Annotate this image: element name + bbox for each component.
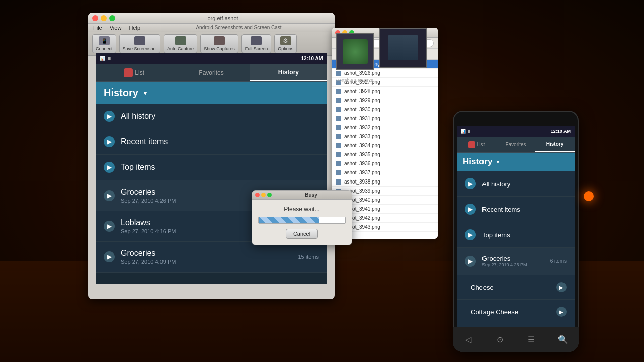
item-arrow-icon: ▶: [465, 229, 476, 240]
file-name: ashot_3937.png: [344, 170, 380, 175]
mac-titlebar: org.etf.ashot: [88, 13, 335, 24]
cancel-button[interactable]: Cancel: [286, 229, 318, 239]
menu-file[interactable]: File: [93, 25, 102, 31]
item-arrow-icon: ▶: [104, 136, 115, 147]
item-arrow-icon: ▶: [556, 307, 567, 317]
item-arrow-icon: ▶: [104, 221, 115, 232]
thumbnail-label: Portable Networks...: [336, 78, 377, 83]
item-content: Recent items: [482, 206, 567, 213]
list-item[interactable]: ▶ Recent items: [96, 129, 327, 155]
progress-bar-container: [258, 217, 346, 224]
show-captures-label: Show Captures: [204, 46, 235, 51]
busy-close-btn[interactable]: [255, 193, 260, 197]
list-item[interactable]: ashot_3930.png: [332, 105, 438, 114]
status-icons-left: 📊 ⏹: [100, 56, 111, 61]
file-name: ashot_3929.png: [344, 98, 380, 103]
item-count: 15 items: [298, 254, 319, 260]
list-item[interactable]: ▶ Groceries Sep 27, 2010 4:09 PM 15 item…: [96, 242, 327, 273]
busy-max-btn[interactable]: [267, 193, 272, 197]
close-button[interactable]: [92, 15, 98, 21]
file-icon: [336, 116, 341, 121]
phone-right-time: 12:10 AM: [551, 129, 571, 134]
item-title: Groceries: [482, 255, 550, 262]
list-item[interactable]: ashot_3934.png: [332, 141, 438, 150]
list-item[interactable]: ashot_3928.png: [332, 87, 438, 96]
list-item[interactable]: ▶ Top items: [96, 155, 327, 180]
item-count: 6 items: [550, 258, 567, 264]
connect-button[interactable]: 📱 Connect: [92, 34, 116, 53]
mac-window: org.etf.ashot File View Help Android Scr…: [88, 13, 335, 299]
item-content: Top items: [121, 163, 319, 172]
list-item[interactable]: ashot_3932.png: [332, 123, 438, 132]
status-time-left: 12:10 AM: [301, 56, 323, 61]
nav-search-button[interactable]: 🔍: [555, 334, 571, 344]
tab-history-right[interactable]: History: [535, 137, 575, 152]
item-arrow-icon: ▶: [465, 204, 476, 215]
item-subtitle: Sep 27, 2010 4:26 PM: [482, 262, 550, 267]
mac-toolbar: 📱 Connect Save Screenshot Auto Capture S…: [88, 32, 335, 56]
file-name: ashot_3936.png: [344, 161, 380, 166]
subtitle-text: Android Screenshots and Screen Cast: [148, 25, 330, 31]
auto-capture-button[interactable]: Auto Capture: [164, 34, 197, 53]
tab-history-left[interactable]: History: [250, 64, 327, 81]
android-screen-left: 📊 ⏹ 12:10 AM List Favorites History Hist…: [96, 53, 327, 284]
item-title: All history: [482, 180, 567, 188]
file-name: ashot_3934.png: [344, 143, 380, 148]
mac-menu-bar: File View Help Android Screenshots and S…: [88, 24, 335, 32]
tab-favorites-right[interactable]: Favorites: [496, 137, 535, 152]
file-name: ashot_3933.png: [344, 134, 380, 139]
item-arrow-icon: ▶: [465, 178, 476, 189]
item-title: All history: [121, 112, 319, 121]
file-icon: [336, 152, 341, 157]
nav-menu-button[interactable]: ☰: [524, 334, 539, 344]
history-title-right: History: [463, 157, 493, 167]
minimize-button[interactable]: [101, 15, 107, 21]
list-item[interactable]: ▶ Groceries Sep 27, 2010 4:26 PM 6 items: [457, 248, 575, 275]
file-icon: [336, 125, 341, 130]
file-icon: [336, 179, 341, 185]
auto-capture-label: Auto Capture: [167, 46, 194, 51]
maximize-button[interactable]: [109, 15, 115, 21]
tab-favorites-left[interactable]: Favorites: [173, 64, 250, 81]
file-icon: [336, 161, 341, 166]
tab-list-right[interactable]: List: [457, 137, 496, 152]
tab-list-left[interactable]: List: [96, 64, 173, 81]
item-title: Recent items: [121, 137, 319, 146]
list-item[interactable]: ▶ Top items: [457, 222, 575, 248]
list-item[interactable]: ashot_3933.png: [332, 132, 438, 141]
item-arrow-icon: ▶: [104, 251, 115, 262]
thumbnail-1: [336, 33, 374, 70]
file-name: ashot_3935.png: [344, 152, 380, 157]
window-title: org.etf.ashot: [115, 15, 331, 21]
list-item[interactable]: ▶ All history: [457, 171, 575, 197]
list-item[interactable]: ▶ Recent items: [457, 197, 575, 222]
busy-message: Please wait...: [258, 206, 346, 213]
busy-min-btn[interactable]: [261, 193, 266, 197]
list-item[interactable]: ashot_3935.png: [332, 150, 438, 159]
list-item[interactable]: ashot_3931.png: [332, 114, 438, 123]
full-screen-button[interactable]: Full Screen: [242, 34, 272, 53]
list-item[interactable]: ashot_3936.png: [332, 159, 438, 168]
list-item[interactable]: Cottage Cheese ▶: [457, 300, 575, 324]
nav-home-button[interactable]: ⊙: [493, 334, 508, 344]
history-title-left: History: [104, 87, 138, 99]
file-name: ashot_3932.png: [344, 125, 380, 130]
menu-help[interactable]: Help: [129, 25, 140, 31]
history-dropdown-right[interactable]: ▼: [496, 159, 501, 165]
list-item[interactable]: Cheese ▶: [457, 275, 575, 300]
file-icon: [336, 143, 341, 148]
file-name: ashot_3928.png: [344, 88, 380, 94]
item-content: Top items: [482, 231, 567, 239]
nav-back-button[interactable]: ◁: [461, 334, 476, 344]
list-item[interactable]: ▶ All history: [96, 104, 327, 129]
history-list-right: ▶ All history ▶ Recent items ▶ Top items…: [457, 171, 575, 327]
item-subtitle: Sep 27, 2010 4:09 PM: [121, 259, 298, 265]
list-item[interactable]: ashot_3937.png: [332, 168, 438, 177]
list-item[interactable]: ashot_3929.png: [332, 96, 438, 105]
list-item[interactable]: ashot_3938.png: [332, 177, 438, 187]
show-captures-button[interactable]: Show Captures: [200, 34, 238, 53]
history-dropdown-arrow-left[interactable]: ▼: [142, 89, 148, 97]
menu-view[interactable]: View: [110, 25, 122, 31]
save-screenshot-button[interactable]: Save Screenshot: [119, 34, 161, 53]
options-button[interactable]: ⚙ Options: [274, 34, 297, 53]
